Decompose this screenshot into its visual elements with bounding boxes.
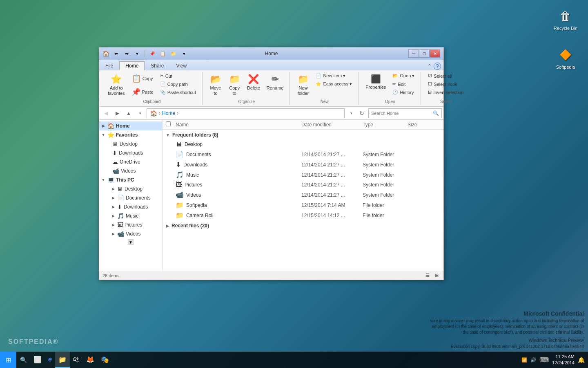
taskbar-item-app[interactable]: 🎭 xyxy=(98,352,112,368)
sidebar-item-pictures-pc[interactable]: ▶ 🖼 Pictures xyxy=(99,220,162,229)
taskbar-item-ie2[interactable]: 🦊 xyxy=(83,352,98,368)
prop-btn[interactable]: 📋 xyxy=(159,49,167,58)
path-home[interactable]: Home xyxy=(162,110,175,116)
back-btn-titlebar[interactable]: ⬅ xyxy=(112,49,120,58)
col-type-header[interactable]: Type xyxy=(363,121,408,128)
taskbar-item-explorer[interactable]: 📁 xyxy=(55,352,70,368)
address-path[interactable]: 🏠 › Home › xyxy=(147,108,345,118)
details-view-button[interactable]: ☰ xyxy=(424,272,431,279)
up-button[interactable]: ▲ xyxy=(124,108,134,118)
sidebar-item-downloads-pc[interactable]: ▶ ⬇ Downloads xyxy=(99,202,162,211)
sidebar-item-desktop[interactable]: ▶ 🖥 Desktop xyxy=(99,139,162,148)
file-row-pictures[interactable]: 🖼 Pictures 12/14/2014 21:27 ... System F… xyxy=(163,180,443,190)
copy-button[interactable]: 📋 Copy xyxy=(129,72,156,85)
start-button[interactable]: ⊞ xyxy=(0,352,16,368)
search-icon[interactable]: 🔍 xyxy=(433,110,439,116)
new-item-button[interactable]: 📄 New item ▾ xyxy=(313,72,355,80)
sidebar-scroll-down[interactable]: ▼ xyxy=(128,239,134,245)
edit-button[interactable]: ✏ Edit xyxy=(390,80,417,88)
softpedia-icon[interactable]: 🔶 Softpedia xyxy=(551,45,580,71)
paste-shortcut-button[interactable]: 📎 Paste shortcut xyxy=(157,88,199,96)
file-explorer-window: 🏠 ⬅ ➡ ▾ 📌 📋 📁 ▾ Home ─ □ ✕ File Home xyxy=(99,47,444,280)
close-button[interactable]: ✕ xyxy=(430,49,440,58)
copy-path-button[interactable]: 📄 Copy path xyxy=(157,80,199,88)
col-size-header[interactable]: Size xyxy=(408,121,440,128)
sidebar-item-favorites[interactable]: ▼ ⭐ Favorites xyxy=(99,130,162,139)
taskbar-item-task-view[interactable]: ⬜ xyxy=(30,352,45,368)
forward-button[interactable]: ▶ xyxy=(112,108,122,118)
taskbar-clock[interactable]: 11:25 AM 12/24/2014 xyxy=(552,354,575,366)
history-button[interactable]: 🕐 History xyxy=(390,88,417,96)
select-none-button[interactable]: ☐ Select none xyxy=(425,80,466,88)
sidebar-item-videos-pc[interactable]: ▶ 📹 Videos xyxy=(99,229,162,238)
softpedia-file-type: File folder xyxy=(363,202,408,208)
frequent-folders-header[interactable]: ▼ Frequent folders (8) xyxy=(163,130,443,139)
recycle-bin-icon[interactable]: 🗑 Recycle Bin xyxy=(551,6,580,32)
keyboard-icon: ⌨ xyxy=(539,356,549,364)
folder-btn[interactable]: 📁 xyxy=(169,49,178,58)
documents-pc-icon: 📄 xyxy=(117,195,124,201)
ribbon-collapse-btn[interactable]: ⌃ xyxy=(427,63,432,70)
sidebar-item-documents-pc[interactable]: ▶ 📄 Documents xyxy=(99,193,162,202)
cut-label: Cut xyxy=(165,74,172,79)
check-all[interactable] xyxy=(166,121,176,128)
refresh-button[interactable]: ↻ xyxy=(357,108,367,118)
ribbon-help-btn[interactable]: ? xyxy=(434,63,441,70)
recent-locations-button[interactable]: ▾ xyxy=(135,108,145,118)
back-button[interactable]: ◀ xyxy=(101,108,111,118)
taskbar-item-ie[interactable]: e xyxy=(45,352,55,368)
camera-roll-file-icon: 📁 xyxy=(176,211,184,219)
sidebar-item-downloads[interactable]: ▶ ⬇ Downloads xyxy=(99,148,162,157)
file-row-downloads[interactable]: ⬇ Downloads 12/14/2014 21:27 ... System … xyxy=(163,159,443,170)
select-all-checkbox[interactable] xyxy=(166,121,171,126)
col-name-header[interactable]: Name xyxy=(176,121,301,128)
address-dropdown[interactable]: ▾ xyxy=(346,108,356,118)
pinned-btn[interactable]: 📌 xyxy=(148,49,156,58)
properties-button[interactable]: ⬛ Properties xyxy=(363,72,389,92)
down-btn-titlebar[interactable]: ▾ xyxy=(133,49,141,58)
file-row-music[interactable]: 🎵 Music 12/14/2014 21:27 ... System Fold… xyxy=(163,170,443,180)
sidebar-item-videos-fav[interactable]: ▶ 📹 Videos xyxy=(99,166,162,175)
recent-files-header[interactable]: ▶ Recent files (20) xyxy=(163,220,443,230)
notification-icon[interactable]: 🔔 xyxy=(578,357,585,363)
add-to-favorites-button[interactable]: ⭐ Add tofavorites xyxy=(105,72,128,98)
file-row-videos[interactable]: 📹 Videos 12/14/2014 21:27 ... System Fol… xyxy=(163,190,443,200)
sidebar-item-desktop-pc[interactable]: ▶ 🖥 Desktop xyxy=(99,184,162,193)
rename-button[interactable]: ✏ Rename xyxy=(264,72,287,92)
videos-file-type: System Folder xyxy=(363,192,408,198)
cut-button[interactable]: ✂ Cut xyxy=(157,72,199,80)
tab-view[interactable]: View xyxy=(170,61,193,70)
sidebar-item-onedrive[interactable]: ▶ ☁ OneDrive xyxy=(99,157,162,166)
taskbar-item-store[interactable]: 🛍 xyxy=(70,352,83,368)
search-input[interactable] xyxy=(371,111,431,116)
address-home-icon: 🏠 xyxy=(150,110,157,117)
tab-home[interactable]: Home xyxy=(119,61,145,70)
invert-selection-button[interactable]: ⊟ Invert selection xyxy=(425,88,466,96)
file-row-documents[interactable]: 📄 Documents 12/14/2014 21:27 ... System … xyxy=(163,149,443,159)
file-row-softpedia[interactable]: 📁 Softpedia 12/15/2014 7:14 AM File fold… xyxy=(163,200,443,210)
col-date-header[interactable]: Date modified xyxy=(301,121,363,128)
sidebar-item-home[interactable]: ▶ 🏠 Home xyxy=(99,121,162,130)
minimize-button[interactable]: ─ xyxy=(408,49,419,58)
new-folder-button[interactable]: 📁 Newfolder xyxy=(294,72,312,98)
tab-file[interactable]: File xyxy=(99,61,119,70)
sidebar-item-music-pc[interactable]: ▶ 🎵 Music xyxy=(99,211,162,220)
delete-button[interactable]: ❌ Delete xyxy=(244,72,263,92)
copy-to-button[interactable]: 📁 Copyto xyxy=(225,72,243,98)
sidebar-item-this-pc[interactable]: ▼ 💻 This PC xyxy=(99,175,162,184)
this-pc-expand: ▼ xyxy=(101,177,106,182)
open-button[interactable]: 📂 Open ▾ xyxy=(390,72,417,80)
title-bar: 🏠 ⬅ ➡ ▾ 📌 📋 📁 ▾ Home ─ □ ✕ xyxy=(99,47,443,60)
file-row-desktop[interactable]: 🖥 Desktop xyxy=(163,139,443,149)
forward-btn-titlebar[interactable]: ➡ xyxy=(122,49,131,58)
easy-access-button[interactable]: ⭐ Easy access ▾ xyxy=(313,80,355,88)
select-all-button[interactable]: ☑ Select all xyxy=(425,72,466,80)
paste-button[interactable]: 📌 Paste xyxy=(129,85,156,99)
dropdown-btn[interactable]: ▾ xyxy=(180,49,188,58)
tab-share[interactable]: Share xyxy=(145,61,170,70)
search-button[interactable]: 🔍 xyxy=(16,352,30,368)
move-to-button[interactable]: 📂 Moveto xyxy=(207,72,225,98)
file-row-camera-roll[interactable]: 📁 Camera Roll 12/15/2014 14:12 ... File … xyxy=(163,210,443,220)
large-icons-button[interactable]: ⊞ xyxy=(433,272,440,279)
maximize-button[interactable]: □ xyxy=(419,49,430,58)
